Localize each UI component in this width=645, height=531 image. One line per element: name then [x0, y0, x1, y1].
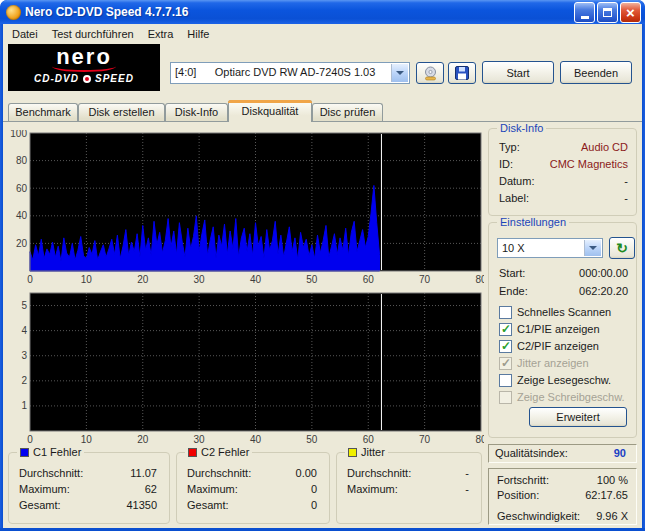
save-button[interactable]	[448, 62, 476, 84]
checkbox-icon	[499, 391, 512, 404]
minimize-icon	[581, 16, 589, 19]
menu-extra[interactable]: Extra	[141, 25, 181, 43]
tab-disc-pruefen[interactable]: Disc prüfen	[312, 103, 383, 121]
svg-text:70: 70	[419, 274, 431, 285]
svg-text:50: 50	[306, 274, 318, 285]
checkbox-zeige-schreibgeschw: Zeige Schreibgeschw.	[499, 390, 625, 404]
settings-title: Einstellungen	[497, 216, 569, 229]
svg-text:80: 80	[475, 434, 484, 445]
svg-text:50: 50	[306, 434, 318, 445]
svg-text:30: 30	[194, 434, 206, 445]
chevron-down-icon	[589, 246, 597, 250]
svg-text:70: 70	[419, 434, 431, 445]
speed-select-dropdown-button[interactable]	[584, 240, 601, 256]
logo-brand-text: nero	[8, 44, 160, 69]
stat-label: Maximum:	[347, 483, 398, 495]
maximize-icon	[603, 8, 612, 17]
checkbox-zeige-lesegeschw[interactable]: Zeige Lesegeschw.	[499, 373, 611, 387]
c2-stats-title: C2 Fehler	[201, 446, 249, 459]
svg-text:80: 80	[475, 274, 484, 285]
logo-product-left: CD-DVD	[34, 73, 79, 84]
minimize-button[interactable]	[574, 2, 595, 23]
checkbox-jitter-anzeigen: Jitter anzeigen	[499, 356, 589, 370]
stat-label: Durchschnitt:	[19, 467, 83, 479]
title-bar: Nero CD-DVD Speed 4.7.7.16	[0, 0, 645, 24]
tab-benchmark[interactable]: Benchmark	[8, 103, 78, 121]
menu-datei[interactable]: Datei	[5, 25, 45, 43]
svg-text:60: 60	[363, 434, 375, 445]
disk-info-label: Datum:	[499, 175, 534, 187]
progress-value: 100 %	[597, 474, 628, 486]
advanced-button-label: Erweitert	[556, 411, 599, 423]
svg-text:0: 0	[27, 274, 33, 285]
menu-test-durchfuehren[interactable]: Test durchführen	[45, 25, 141, 43]
svg-text:1: 1	[21, 400, 27, 411]
stat-value: 0	[311, 483, 317, 495]
checkbox-schnelles-scannen[interactable]: Schnelles Scannen	[499, 305, 611, 319]
quit-button[interactable]: Beenden	[560, 61, 632, 84]
c2-error-chart: 0102030405060708012345	[6, 290, 484, 446]
stat-value: 41350	[126, 499, 157, 511]
c2-legend-square	[188, 448, 197, 457]
svg-text:20: 20	[16, 238, 28, 249]
checkbox-icon	[499, 374, 512, 387]
svg-text:40: 40	[250, 434, 262, 445]
drive-select[interactable]: [4:0] Optiarc DVD RW AD-7240S 1.03	[170, 62, 410, 84]
stat-label: Maximum:	[19, 483, 70, 495]
maximize-button[interactable]	[597, 2, 618, 23]
client-area: Datei Test durchführen Extra Hilfe nero …	[3, 24, 642, 528]
eject-disc-button[interactable]	[416, 62, 444, 84]
drive-select-value: [4:0] Optiarc DVD RW AD-7240S 1.03	[175, 66, 389, 78]
scan-start-value: 000:00.00	[579, 267, 628, 279]
svg-text:100: 100	[10, 130, 27, 139]
quality-index-panel: Qualitätsindex: 90	[488, 444, 637, 463]
disk-info-group: Disk-Info Typ: Audio CD ID: CMC Magnetic…	[488, 128, 637, 216]
progress-panel: Fortschritt: 100 % Position: 62:17.65 Ge…	[488, 468, 637, 525]
stat-label: Gesamt:	[187, 499, 229, 511]
tab-disk-info[interactable]: Disk-Info	[165, 103, 228, 121]
menu-bar: Datei Test durchführen Extra Hilfe	[3, 24, 642, 43]
svg-text:2: 2	[21, 375, 27, 386]
window-title: Nero CD-DVD Speed 4.7.7.16	[25, 5, 574, 19]
scan-end-label: Ende:	[499, 285, 528, 297]
start-button[interactable]: Start	[482, 61, 554, 84]
quit-button-label: Beenden	[574, 67, 618, 79]
position-value: 62:17.65	[585, 489, 628, 501]
svg-text:80: 80	[16, 155, 28, 166]
svg-text:20: 20	[137, 434, 149, 445]
refresh-button[interactable]	[609, 237, 635, 259]
svg-text:60: 60	[363, 274, 375, 285]
svg-text:5: 5	[21, 300, 27, 311]
speed-label: Geschwindigkeit:	[497, 510, 580, 522]
scan-end-value: 062:20.20	[579, 285, 628, 297]
disk-info-title: Disk-Info	[497, 122, 546, 135]
stat-value: 0	[311, 499, 317, 511]
menu-hilfe[interactable]: Hilfe	[180, 25, 216, 43]
checkbox-c1-pie-anzeigen[interactable]: C1/PIE anzeigen	[499, 322, 600, 336]
disk-info-value: CMC Magnetics	[550, 158, 628, 170]
disk-info-value: -	[624, 175, 628, 187]
advanced-button[interactable]: Erweitert	[529, 407, 627, 427]
settings-group: Einstellungen 10 X Start: 000:00.00 Ende…	[488, 222, 637, 438]
svg-text:30: 30	[194, 274, 206, 285]
chevron-down-icon	[396, 71, 404, 75]
disk-info-label: Label:	[499, 192, 529, 204]
app-icon	[6, 5, 21, 20]
disk-info-value: Audio CD	[581, 141, 628, 153]
tab-diskqualitaet[interactable]: Diskqualität	[228, 100, 312, 122]
disc-eject-icon	[423, 66, 438, 81]
progress-label: Fortschritt:	[497, 474, 549, 486]
disk-info-value: -	[624, 192, 628, 204]
speed-select-value: 10 X	[502, 242, 582, 254]
checkbox-c2-pif-anzeigen[interactable]: C2/PIF anzeigen	[499, 339, 599, 353]
jitter-legend-square	[348, 448, 357, 457]
c1-stats-title: C1 Fehler	[33, 446, 81, 459]
drive-select-dropdown-button[interactable]	[391, 64, 408, 82]
c2-stats-group: C2 Fehler Durchschnitt: 0.00 Maximum: 0 …	[176, 452, 330, 524]
stat-value: 0.00	[296, 467, 317, 479]
close-button[interactable]	[620, 2, 641, 23]
speed-value: 9.96 X	[596, 510, 628, 522]
tab-disk-erstellen[interactable]: Disk erstellen	[78, 103, 165, 121]
c1-error-chart: 0102030405060708020406080100	[6, 130, 484, 286]
speed-select[interactable]: 10 X	[497, 238, 603, 258]
